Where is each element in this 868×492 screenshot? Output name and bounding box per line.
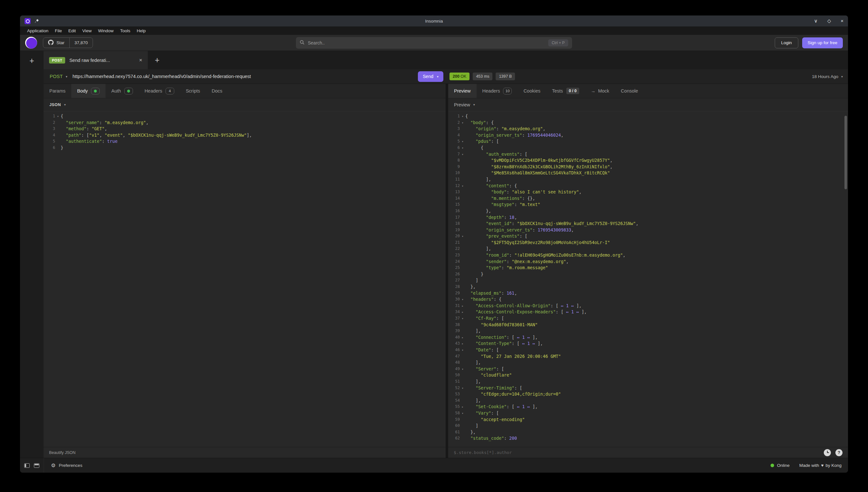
line-number: 12 [448,183,460,189]
tab-params[interactable]: Params [44,84,71,98]
signup-button[interactable]: Sign up for free [802,38,843,48]
fold-toggle-icon[interactable]: ▾ [460,233,465,240]
body-type-dropdown[interactable]: JSON [49,102,61,107]
tab-docs[interactable]: Docs [206,84,228,98]
tab-mock-label: Mock [598,88,609,94]
line-number: 10 [448,170,460,176]
code-text: "type": "m.room.message" [465,265,848,271]
response-body-editor[interactable]: 1▾{2▾ "body": {3 "origin": "m.easydemo.o… [448,111,848,447]
tab-scripts[interactable]: Scripts [180,84,206,98]
maximize-button[interactable]: ◇ [827,18,831,24]
response-history-dropdown[interactable]: 18 Hours Ago ▾ [812,74,843,79]
new-request-sidebar-button[interactable]: + [29,57,34,65]
fold-toggle-icon[interactable]: ▾ [460,138,465,145]
menu-file[interactable]: File [52,28,65,33]
request-tab[interactable]: POST Send raw federati... × [44,51,148,69]
star-count[interactable]: 37,870 [69,38,93,48]
code-text: "$8zrmxB8YnXdbJ2k3CxGBOLih2MthBy_6zInXiN… [465,164,848,170]
fold-toggle-icon[interactable]: ▾ [460,145,465,151]
code-text: "Content-Type": [ ↔ 1 ↔ ], [465,341,848,347]
fold-toggle-icon[interactable]: ▾ [460,410,465,417]
code-text: { [465,145,848,151]
fold-toggle-icon[interactable]: ▸ [460,309,465,315]
fold-spacer [460,214,465,221]
code-text: "cloudflare" [465,372,848,378]
tab-preview[interactable]: Preview [448,84,476,98]
beautify-json-button[interactable]: Beautify JSON [49,450,75,455]
pane-divider[interactable] [446,84,448,458]
filter-help-icon[interactable]: ? [836,449,843,456]
menu-application[interactable]: Application [24,28,52,33]
fold-toggle-icon[interactable]: ▾ [55,113,61,120]
search-input[interactable]: Search.. Ctrl + P [296,37,572,49]
line-number: 11 [448,176,460,183]
code-line: 3 "origin": "m.easydemo.org", [448,126,848,132]
new-tab-button[interactable]: + [148,51,166,69]
fold-spacer [460,195,465,202]
url-input[interactable]: https://hammerhead.nexy7574.co.uk/_hamme… [73,74,415,79]
tab-response-headers[interactable]: Headers 10 [476,84,518,98]
login-button[interactable]: Login [775,38,798,48]
send-button[interactable]: Send ▾ [418,71,443,82]
fold-spacer [460,277,465,284]
tab-close-icon[interactable]: × [139,57,142,64]
sidebar-layout-toggle-icon[interactable] [24,463,30,468]
tab-auth[interactable]: Auth [105,84,139,98]
fold-toggle-icon[interactable]: ▾ [460,296,465,303]
tab-headers[interactable]: Headers 4 [139,84,180,98]
fold-toggle-icon[interactable]: ▾ [460,151,465,158]
tab-mock[interactable]: → Mock [585,84,615,98]
url-bar: POST ▾ https://hammerhead.nexy7574.co.uk… [44,69,848,84]
close-button[interactable]: × [841,18,843,24]
method-selector[interactable]: POST [50,74,63,79]
menu-view[interactable]: View [79,28,95,33]
tab-cookies[interactable]: Cookies [518,84,546,98]
code-line: 12▾ "content": { [448,183,848,189]
request-body-editor[interactable]: 1▾{2 "server_name": "m.easydemo.org",3 "… [44,111,446,447]
line-number: 22 [448,246,460,252]
fold-toggle-icon[interactable]: ▸ [460,303,465,309]
code-text: "Vary": [ [465,410,848,417]
method-caret-icon[interactable]: ▾ [66,75,67,78]
github-star-widget[interactable]: Star 37,870 [43,38,93,48]
response-filter-input[interactable] [454,450,819,455]
code-text: { [465,113,848,120]
history-label: 18 Hours Ago [812,74,838,79]
body-type-caret-icon[interactable]: ▾ [64,103,66,106]
fold-toggle-icon[interactable]: ▾ [460,385,465,391]
preview-mode-caret-icon[interactable]: ▾ [473,103,475,106]
fold-toggle-icon[interactable]: ▾ [460,347,465,353]
send-caret-icon[interactable]: ▾ [437,75,439,78]
menu-help[interactable]: Help [134,28,149,33]
fold-spacer [460,360,465,366]
filter-history-icon[interactable] [824,449,831,456]
tab-body[interactable]: Body [71,84,105,98]
line-number: 30 [448,296,460,303]
response-scrollbar[interactable] [844,116,847,189]
line-number: 60 [448,423,460,429]
menu-edit[interactable]: Edit [65,28,79,33]
fold-toggle-icon[interactable]: ▾ [460,366,465,372]
fold-toggle-icon[interactable]: ▾ [460,120,465,126]
fold-toggle-icon[interactable]: ▾ [460,113,465,120]
fold-toggle-icon[interactable]: ▾ [460,315,465,322]
fold-toggle-icon[interactable]: ▸ [460,341,465,347]
fold-toggle-icon[interactable]: ▸ [460,404,465,410]
line-number: 1 [44,113,55,120]
preferences-button[interactable]: ⚙ Preferences [51,463,82,468]
menu-window[interactable]: Window [95,28,117,33]
github-star-button[interactable]: Star [43,38,69,48]
tab-console[interactable]: Console [615,84,644,98]
preview-mode-dropdown[interactable]: Preview [454,102,470,107]
fold-toggle-icon[interactable]: ▾ [460,183,465,189]
line-number: 62 [448,435,460,442]
code-text: "pdus": [ [465,138,848,145]
code-line: 2 "server_name": "m.easydemo.org", [44,120,446,126]
minimize-button[interactable]: ∨ [814,18,818,24]
menu-tools[interactable]: Tools [117,28,134,33]
fold-spacer [55,138,61,145]
fold-toggle-icon[interactable]: ▸ [460,334,465,341]
panel-layout-toggle-icon[interactable] [34,463,39,468]
green-dot-icon [94,90,97,93]
tab-tests[interactable]: Tests 0 / 0 [546,84,585,98]
